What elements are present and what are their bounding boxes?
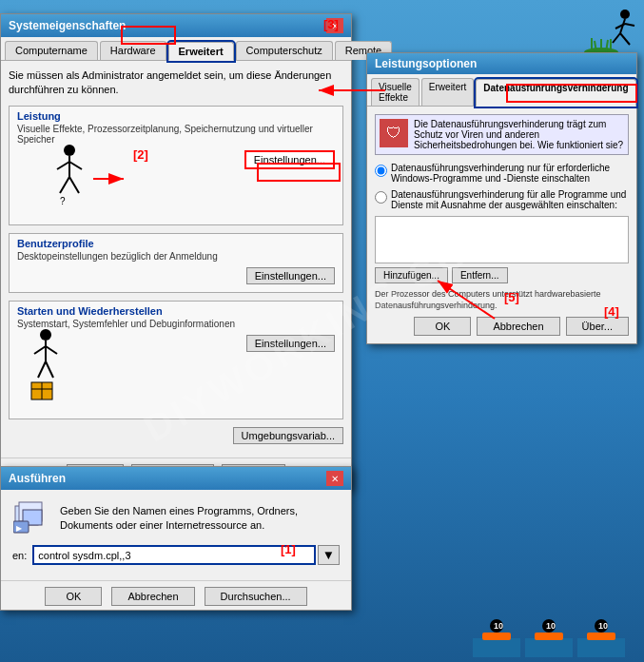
benutzerprofile-desc: Desktopeinstellungen bezüglich der Anmel… bbox=[17, 251, 335, 262]
leistung-section: Leistung Visuelle Effekte, Prozessorzeit… bbox=[9, 106, 343, 225]
run-desc: Geben Sie den Namen eines Programms, Ord… bbox=[60, 504, 340, 534]
radio-item-1: Datenausführungsverhinderung nur für erf… bbox=[375, 163, 629, 184]
leistung-tabs-bar: Visuelle Effekte Erweitert Datenausführu… bbox=[367, 74, 636, 107]
arrow-right-icon bbox=[93, 150, 131, 207]
leistungsoptionen-dialog: Leistungsoptionen Visuelle Effekte Erwei… bbox=[366, 52, 637, 344]
run-close-button[interactable]: ✕ bbox=[326, 471, 343, 486]
tab-erweitert[interactable]: Erweitert bbox=[168, 42, 234, 61]
run-icon: ▶ bbox=[12, 499, 50, 537]
shield-icon: 🛡 bbox=[380, 119, 408, 147]
svg-rect-49 bbox=[473, 638, 520, 657]
svg-text:▶: ▶ bbox=[16, 524, 23, 533]
run-input-field[interactable] bbox=[32, 545, 316, 565]
run-input-label: en: bbox=[12, 550, 27, 561]
tab-computerschutz[interactable]: Computerschutz bbox=[236, 41, 333, 60]
dialog-title: Systemeigenschaften bbox=[9, 19, 126, 32]
run-top: ▶ Geben Sie den Namen eines Programms, O… bbox=[12, 499, 340, 537]
starten-title: Starten und Wiederherstellen bbox=[17, 305, 335, 317]
svg-line-26 bbox=[46, 346, 57, 354]
svg-line-25 bbox=[34, 346, 46, 354]
processor-info: Der Prozessor des Computers unterstützt … bbox=[375, 289, 629, 311]
svg-rect-60 bbox=[587, 633, 615, 640]
swimmer-1-icon: 10 bbox=[473, 614, 520, 657]
radio-item-2: Datenausführungsverhinderung für alle Pr… bbox=[375, 189, 629, 210]
run-input-container: ▼ bbox=[32, 545, 340, 565]
svg-point-23 bbox=[40, 329, 51, 341]
benutzerprofile-title: Benutzerprofile bbox=[17, 238, 335, 249]
svg-point-14 bbox=[64, 145, 75, 156]
leistung-footer-btns: Hinzufügen... Entfern... bbox=[375, 267, 629, 283]
svg-rect-53 bbox=[525, 638, 573, 657]
hinzufuegen-button[interactable]: Hinzufügen... bbox=[375, 267, 448, 283]
tab-datenausfuehrung[interactable]: Datenausführungsverhinderung bbox=[476, 79, 635, 107]
swimmers-group: 10 10 10 bbox=[473, 614, 625, 657]
svg-text:10: 10 bbox=[598, 621, 608, 631]
run-ok-button[interactable]: OK bbox=[45, 587, 102, 606]
svg-rect-52 bbox=[482, 633, 511, 640]
ausfuhren-dialog: Ausführen ✕ ▶ Geben Sie den Namen eines … bbox=[0, 466, 352, 611]
leistung-title: Leistung bbox=[17, 110, 335, 122]
benutzerprofile-settings-button[interactable]: Einstellungen... bbox=[246, 267, 335, 284]
run-dropdown-button[interactable]: ▼ bbox=[318, 545, 340, 565]
daten-info-text: Die Datenausführungsverhinderung trägt z… bbox=[414, 119, 624, 150]
leistung-titlebar: Leistungsoptionen bbox=[367, 53, 636, 74]
swimmer-3-icon: 10 bbox=[577, 614, 625, 657]
svg-text:?: ? bbox=[60, 196, 66, 206]
radio-label-2: Datenausführungsverhinderung für alle Pr… bbox=[391, 189, 629, 210]
tabs-bar: Computername Hardware Erweitert Computer… bbox=[1, 37, 351, 61]
svg-line-16 bbox=[57, 162, 69, 169]
starten-section: Starten und Wiederherstellen Systemstart… bbox=[9, 301, 343, 419]
dialog-body: Sie müssen als Administrator angemeldet … bbox=[1, 61, 351, 458]
entfernen-button[interactable]: Entfern... bbox=[452, 267, 508, 283]
run-dialog-title: Ausführen bbox=[9, 472, 66, 485]
systemeigenschaften-dialog: Systemeigenschaften ✕ Computername Hardw… bbox=[0, 13, 352, 490]
daten-info-box: 🛡 Die Datenausführungsverhinderung trägt… bbox=[375, 114, 629, 155]
run-abbrechen-button[interactable]: Abbrechen bbox=[111, 587, 194, 606]
umgebungsvariablen-button[interactable]: Umgebungsvariab... bbox=[233, 427, 343, 444]
leistung-abbrechen-button[interactable]: Abbrechen bbox=[477, 317, 559, 336]
svg-line-27 bbox=[38, 361, 46, 378]
leistung-ueber-button[interactable]: Über... bbox=[566, 317, 629, 336]
radio-dep-all[interactable] bbox=[375, 191, 387, 204]
close-button[interactable]: ✕ bbox=[326, 18, 343, 33]
run-input-row: en: ▼ bbox=[12, 545, 340, 565]
run-browse-button[interactable]: Durchsuchen... bbox=[205, 587, 307, 606]
svg-line-28 bbox=[46, 361, 53, 378]
svg-text:10: 10 bbox=[494, 621, 503, 631]
tab-erweitert-leistung[interactable]: Erweitert bbox=[421, 78, 474, 106]
svg-line-19 bbox=[69, 177, 79, 193]
programs-list bbox=[375, 216, 629, 263]
dialog-titlebar: Systemeigenschaften ✕ bbox=[1, 14, 351, 37]
radio-group: Datenausführungsverhinderung nur für erf… bbox=[375, 163, 629, 210]
svg-text:10: 10 bbox=[546, 621, 556, 631]
leistung-ok-btns: OK Abbrechen Über... bbox=[375, 317, 629, 336]
run-titlebar: Ausführen ✕ bbox=[1, 467, 351, 490]
svg-line-17 bbox=[69, 162, 82, 169]
svg-rect-57 bbox=[577, 638, 625, 657]
benutzerprofile-section: Benutzerprofile Desktopeinstellungen bez… bbox=[9, 233, 343, 293]
leistung-ok-button[interactable]: OK bbox=[414, 317, 471, 336]
run-body: ▶ Geben Sie den Namen eines Programms, O… bbox=[1, 490, 351, 580]
daten-section: 🛡 Die Datenausführungsverhinderung trägt… bbox=[367, 107, 636, 343]
leistung-dialog-title: Leistungsoptionen bbox=[375, 57, 477, 70]
run-footer: OK Abbrechen Durchsuchen... bbox=[1, 580, 351, 610]
tab-hardware[interactable]: Hardware bbox=[100, 41, 166, 60]
stick-figure-2-icon bbox=[27, 325, 84, 401]
svg-rect-56 bbox=[535, 633, 563, 640]
stick-figure-1-icon: ? bbox=[46, 141, 93, 207]
svg-line-18 bbox=[60, 177, 69, 193]
radio-dep-required[interactable] bbox=[375, 165, 387, 177]
swimmer-2-icon: 10 bbox=[525, 614, 573, 657]
tab-visuelle-effekte[interactable]: Visuelle Effekte bbox=[371, 78, 420, 106]
radio-label-1: Datenausführungsverhinderung nur für erf… bbox=[391, 163, 629, 184]
tab-computername[interactable]: Computername bbox=[5, 41, 98, 60]
admin-notice: Sie müssen als Administrator angemeldet … bbox=[9, 68, 343, 98]
